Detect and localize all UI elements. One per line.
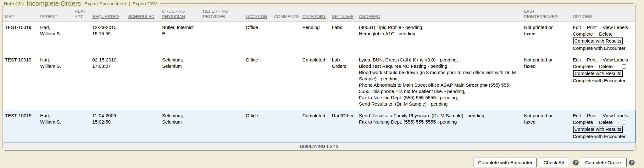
view-labels-link[interactable]: View Labels [603,57,628,62]
cell-ordering-physician: Selenium, Selenium [160,110,201,142]
cell-requested: 02-15-2010 17:03:07 [91,54,126,110]
sort-location[interactable]: LOCATION [246,14,267,19]
displaying-status: DISPLAYING 1-3 / 3 [3,142,636,151]
bottom-actions-bar: Complete with Encounter Check All ? Comp… [0,158,644,167]
col-header-referring-provider: REFERRING PROVIDER [201,7,244,22]
cell-comments [272,22,301,54]
print-link[interactable]: Print [587,113,597,118]
cell-referring-provider [201,110,244,142]
cell-next-apt [73,54,91,110]
help-icon[interactable]: ? [573,160,579,165]
export-spreadsheet-link[interactable]: Export Spreadsheet [84,1,126,6]
complete-with-encounter-button[interactable]: Complete with Encounter [474,158,537,167]
cell-options: Edit Print View Labels Complete Delete C… [571,110,636,142]
cell-comments [272,54,301,110]
col-header-patient: PATIENT [38,7,73,22]
cell-referring-provider [201,22,244,54]
complete-link[interactable]: Complete [573,31,593,37]
cell-patient: Hart, William S. [38,110,73,142]
order-checkbox[interactable] [622,64,626,69]
cell-location: Office [244,54,272,110]
delete-link[interactable]: Delete [599,31,613,37]
order-checkbox[interactable] [622,32,626,36]
cell-set-name: Lab Orders [330,54,357,110]
cell-ordered: Lytes, BUN, Creat (Call if K+ is <3.0) -… [357,54,522,110]
check-all-button[interactable]: Check All [539,158,568,167]
hide-link[interactable]: Hide ( 3 ) [4,1,24,6]
help-icon[interactable]: ? [629,160,635,165]
cell-scheduled [126,110,160,142]
cell-set-name: Labs [330,22,357,54]
col-header-mr: MR# [3,7,38,22]
col-header-options: OPTIONS [571,7,636,22]
complete-with-results-link[interactable]: Complete with Results [573,38,623,44]
print-link[interactable]: Print [587,57,597,62]
cell-options: Edit Print View Labels Complete Delete C… [571,22,636,54]
cell-category: Completed [301,110,330,142]
cell-ordering-physician: Butler, Internist E. [160,22,201,54]
cell-patient: Hart, William S. [38,54,73,110]
incomplete-orders-panel: Hide ( 3 ) Incomplete Orders Export Spre… [3,0,636,151]
complete-with-results-link[interactable]: Complete with Results [573,126,623,133]
col-header-last-printed: LAST PRINTED/FAXED [522,7,571,22]
col-header-ordered: ORDERED [357,7,522,22]
complete-with-encounter-link[interactable]: Complete with Encounter [573,78,626,83]
orders-table: MR# PATIENT NEXT APT REQUESTED SCHEDULED… [3,7,636,150]
complete-link[interactable]: Complete [573,64,593,69]
cell-ordering-physician: Selenium, Selenium [160,54,201,110]
cell-ordered: Send Results to Family Physician: (Dr. M… [357,110,522,142]
complete-with-encounter-link[interactable]: Complete with Encounter [573,134,626,139]
edit-link[interactable]: Edit [573,57,581,62]
cell-requested: 12-23-2015 15:15:59 [91,22,126,54]
cell-patient: Hart, William S. [38,22,73,54]
col-header-ordering-physician: ORDERING PHYSICIAN [160,7,201,22]
complete-with-encounter-link[interactable]: Complete with Encounter [573,45,626,51]
col-header-location: LOCATION [244,7,272,22]
cell-scheduled [126,54,160,110]
col-header-comments: COMMENTS [272,7,301,22]
cell-set-name: Rad/Other [330,110,357,142]
cell-mr: TEST-10019 [3,54,38,110]
export-csv-link[interactable]: Export CSV [132,1,157,6]
cell-referring-provider [201,54,244,110]
cell-requested: 11-04-2009 15:02:50 [91,110,126,142]
cell-next-apt [73,110,91,142]
delete-link[interactable]: Delete [599,64,613,69]
sort-ordered[interactable]: ORDERED [359,14,380,19]
view-labels-link[interactable]: View Labels [603,113,628,118]
sort-requested[interactable]: REQUESTED [92,14,119,19]
edit-link[interactable]: Edit [573,25,581,30]
cell-location: Office [244,110,272,142]
col-header-requested: REQUESTED [91,7,126,22]
legend-separator: | [129,1,130,6]
sort-set-name[interactable]: SET NAME [332,14,354,19]
cell-options: Edit Print View Labels Complete Delete C… [571,54,636,110]
cell-mr: TEST-10019 [3,22,38,54]
order-checkbox[interactable] [622,120,626,125]
cell-comments [272,110,301,142]
print-link[interactable]: Print [587,25,597,30]
cell-next-apt [73,22,91,54]
col-header-next-apt: NEXT APT [73,7,91,22]
sort-scheduled[interactable]: SCHEDULED [128,14,154,19]
view-labels-link[interactable]: View Labels [603,25,628,30]
sort-category[interactable]: CATEGORY [303,14,326,19]
cell-mr: TEST-10019 [3,110,38,142]
sort-ordering-physician[interactable]: ORDERING PHYSICIAN [162,9,185,19]
cell-last-printed: Not printed or faxed [522,22,571,54]
edit-link[interactable]: Edit [573,113,581,118]
col-header-category: CATEGORY [301,7,330,22]
delete-link[interactable]: Delete [599,119,613,125]
complete-with-results-link[interactable]: Complete with Results [573,70,623,77]
cell-location: Office [244,22,272,54]
col-header-scheduled: SCHEDULED [126,7,160,22]
table-header-row: MR# PATIENT NEXT APT REQUESTED SCHEDULED… [3,7,636,22]
col-header-set-name: SET NAME [330,7,357,22]
cell-category: Pending [301,22,330,54]
complete-link[interactable]: Complete [573,119,593,125]
panel-legend: Hide ( 3 ) Incomplete Orders Export Spre… [3,0,160,7]
panel-title: Incomplete Orders [27,0,81,7]
complete-orders-button[interactable]: Complete Orders [581,158,627,167]
cell-last-printed: Not printed or faxed [522,110,571,142]
cell-category: Completed [301,54,330,110]
